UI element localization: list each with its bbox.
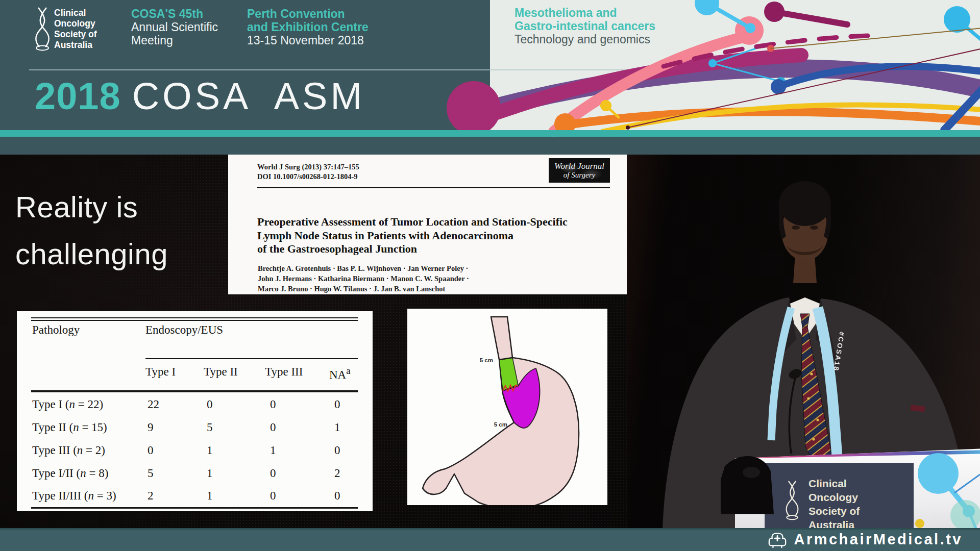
table-cell: 0	[334, 444, 370, 457]
podium-org-line: Australia	[808, 518, 860, 528]
table-cell: 0	[334, 489, 370, 503]
author-line: Brechtje A. Grotenhuis · Bas P. L. Wijnh…	[258, 263, 469, 273]
label-5cm-top: 5 cm	[480, 357, 493, 363]
article-title-line: Preoperative Assessment of Tumor Locatio…	[257, 215, 568, 229]
conference-header: Clinical Oncology Society of Australia C…	[0, 0, 980, 155]
author-line: Marco J. Bruno · Hugo W. Tilanus · J. Ja…	[258, 284, 469, 294]
podium-org-line: Oncology	[808, 490, 860, 504]
table-cell: 0	[207, 398, 242, 411]
stomach-diagram: 5 cm 5 cm	[407, 309, 607, 505]
table-cell: 2	[334, 467, 370, 480]
author-line: John J. Hermans · Katharina Biermann · M…	[258, 273, 469, 284]
table-col-header: Type I	[145, 365, 176, 379]
table-cell: 0	[270, 489, 306, 503]
header-venue-info: Perth Convention and Exhibition Centre 1…	[247, 7, 369, 47]
table-row-label: Type II (n = 15)	[32, 421, 107, 434]
table-cell: 0	[270, 421, 306, 434]
header-meeting-info: COSA'S 45th Annual Scientific Meeting	[131, 7, 218, 47]
results-table: Pathology Endoscopy/EUS Type I Type II T…	[17, 311, 373, 511]
event-year: 2018	[35, 75, 121, 117]
table-cell: 1	[334, 421, 370, 434]
org-name: Clinical Oncology Society of Australia	[54, 8, 97, 51]
theme-subtitle: Technology and genomics	[514, 33, 655, 46]
article-citation: World J Surg (2013) 37:147–155 DOI 10.10…	[257, 162, 359, 181]
article-authors: Brechtje A. Grotenhuis · Bas P. L. Wijnh…	[258, 263, 469, 294]
watermark-footer: ArmchairMedical.tv	[0, 528, 980, 551]
cosa-logo-icon	[32, 6, 53, 52]
table-cell: 1	[207, 444, 242, 457]
table-cell: 9	[148, 421, 183, 434]
article-title-line: Lymph Node Status in Patients with Adeno…	[257, 229, 568, 243]
speaker-hand	[721, 449, 781, 514]
slide-heading-line: Reality is	[15, 184, 168, 231]
label-5cm-bottom: 5 cm	[494, 421, 507, 428]
article-rule	[257, 187, 610, 188]
article-title: Preoperative Assessment of Tumor Locatio…	[257, 215, 568, 256]
meeting-line: Meeting	[131, 34, 218, 47]
podium-logo-panel: Clinical Oncology Society of Australia	[765, 463, 914, 528]
table-row-header: Pathology	[32, 323, 80, 337]
podium-org-name: Clinical Oncology Society of Australia	[808, 477, 860, 528]
meeting-line: Annual Scientific	[131, 20, 218, 34]
journal-article-image: World J Surg (2013) 37:147–155 DOI 10.10…	[228, 155, 627, 294]
org-line: Society of	[54, 29, 97, 40]
journal-logo-line: World Journal	[549, 162, 610, 171]
table-group-header: Endoscopy/EUS	[145, 323, 223, 337]
table-cell: 0	[148, 444, 183, 457]
table-cell: 0	[334, 398, 370, 411]
table-col-header: NAa	[329, 365, 351, 382]
article-title-line: of the Gastroesophageal Junction	[257, 242, 568, 256]
meeting-name: COSA'S 45th	[131, 7, 218, 20]
slide-heading: Reality is challenging	[15, 184, 168, 278]
video-frame: Clinical Oncology Society of Australia C…	[0, 0, 980, 551]
table-cell: 0	[270, 398, 306, 411]
citation-line: World J Surg (2013) 37:147–155	[257, 162, 359, 172]
theme-line: Gastro-intestinal cancers	[514, 19, 655, 33]
doi-line: DOI 10.1007/s00268-012-1804-9	[257, 172, 359, 182]
na-footnote-marker: a	[346, 365, 351, 376]
org-line: Clinical	[54, 8, 97, 18]
teal-band	[0, 130, 980, 137]
venue-line: and Exhibition Centre	[247, 20, 369, 34]
table-row-label: Type III (n = 2)	[32, 444, 105, 457]
table-row-label: Type I (n = 22)	[32, 398, 103, 411]
table-col-header: Type III	[265, 365, 303, 379]
table-cell: 1	[270, 444, 306, 457]
table-cell: 5	[148, 467, 183, 480]
table-row-label: Type II/III (n = 3)	[32, 489, 116, 503]
podium-org-line: Society of	[808, 504, 860, 518]
presenter-remote	[743, 467, 760, 478]
journal-logo: World Journal of Surgery	[549, 158, 610, 183]
theme-line: Mesothelioma and	[514, 6, 655, 19]
venue-line: Perth Convention	[247, 7, 369, 20]
table-cell: 1	[207, 467, 242, 480]
header-theme-info: Mesothelioma and Gastro-intestinal cance…	[514, 6, 655, 46]
speaker-hair	[779, 181, 831, 226]
org-line: Oncology	[54, 18, 97, 29]
table-cell: 0	[270, 467, 306, 480]
table-cell: 22	[148, 398, 183, 411]
stomach-body	[423, 317, 579, 505]
na-label: NA	[329, 368, 346, 381]
table-cell: 1	[207, 489, 242, 503]
journal-logo-line: of Surgery	[549, 171, 610, 179]
armchair-medical-icon	[768, 531, 787, 548]
stomach-illustration: 5 cm 5 cm	[407, 309, 607, 505]
table-cell: 5	[207, 421, 242, 434]
table-col-header: Type II	[204, 365, 238, 379]
podium-org-line: Clinical	[808, 477, 860, 490]
event-title: 2018COSA ASM	[35, 74, 365, 118]
cosa-logo-icon	[783, 477, 801, 523]
org-line: Australia	[54, 40, 97, 51]
watermark-brand: ArmchairMedical.tv	[794, 531, 963, 548]
venue-dates: 13-15 November 2018	[247, 34, 369, 47]
table-cell: 2	[148, 489, 183, 503]
table-row-label: Type I/II (n = 8)	[32, 467, 108, 480]
slide-heading-line: challenging	[15, 231, 168, 278]
event-name: COSA ASM	[132, 75, 365, 117]
podium-decoration	[909, 452, 980, 528]
